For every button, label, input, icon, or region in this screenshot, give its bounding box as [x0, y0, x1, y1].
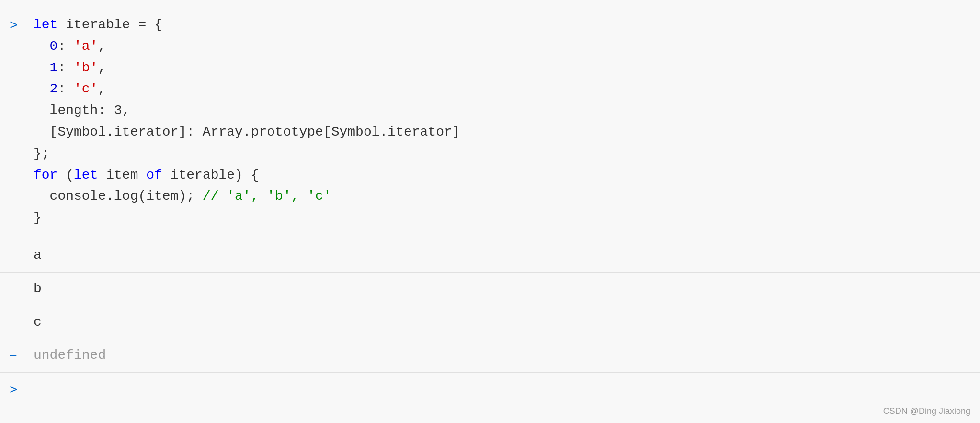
index-1: 1: [50, 60, 58, 75]
string-b: 'b': [74, 60, 98, 75]
keyword-of: of: [146, 168, 162, 183]
index-0: 0: [50, 39, 58, 54]
symbol-iterator-line: [Symbol.iterator]: Array.prototype[Symbo…: [34, 125, 460, 139]
console-container: > let iterable = { 0: 'a', 1: 'b', 2: 'c…: [0, 0, 980, 423]
code-section: > let iterable = { 0: 'a', 1: 'b', 2: 'c…: [0, 0, 980, 239]
watermark: CSDN @Ding Jiaxiong: [883, 404, 970, 418]
output-value-b: b: [34, 278, 42, 300]
string-a: 'a': [74, 39, 98, 54]
output-row-b: b: [0, 273, 980, 306]
length-line: length: 3,: [34, 103, 130, 118]
console-log-line: console.log(item);: [34, 189, 203, 204]
output-section: a b c ← undefined >: [0, 239, 980, 409]
string-c: 'c': [74, 81, 98, 96]
code-block: let iterable = { 0: 'a', 1: 'b', 2: 'c',…: [34, 14, 970, 229]
keyword-for: for: [34, 168, 57, 183]
close-brace-semi: };: [34, 146, 50, 161]
code-content: let iterable = { 0: 'a', 1: 'b', 2: 'c',…: [34, 14, 970, 229]
prompt-arrow: >: [10, 14, 24, 37]
output-row-c: c: [0, 306, 980, 340]
keyword-let-2: let: [74, 168, 98, 183]
output-row-a: a: [0, 239, 980, 273]
code-input-line: > let iterable = { 0: 'a', 1: 'b', 2: 'c…: [10, 14, 970, 229]
comment-abc: // 'a', 'b', 'c': [203, 189, 331, 204]
undefined-row: ← undefined: [0, 339, 980, 373]
new-prompt-arrow: >: [10, 380, 18, 401]
undefined-value: undefined: [34, 345, 106, 366]
index-2: 2: [50, 81, 58, 96]
left-arrow-icon: ←: [10, 347, 24, 365]
keyword-let-1: let: [34, 17, 57, 32]
output-value-c: c: [34, 312, 42, 333]
output-value-a: a: [34, 245, 42, 266]
close-brace: }: [34, 210, 42, 225]
new-prompt-row[interactable]: >: [0, 373, 980, 409]
